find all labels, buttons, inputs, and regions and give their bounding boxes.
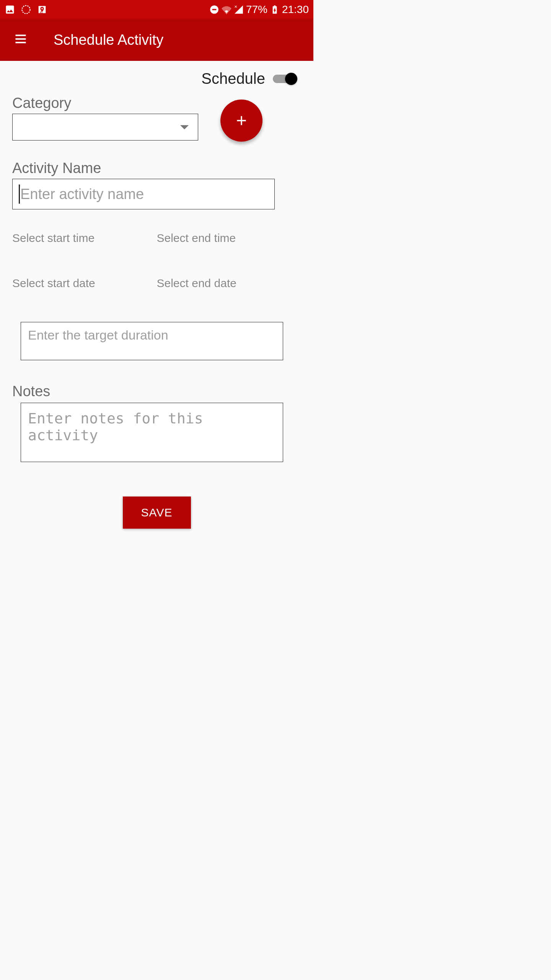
category-dropdown[interactable] <box>12 114 198 140</box>
schedule-toggle-label: Schedule <box>201 70 265 87</box>
toggle-thumb <box>285 73 297 85</box>
status-left-icons: G <box>5 4 47 15</box>
notes-label: Notes <box>12 383 301 400</box>
category-row: Category <box>12 95 301 142</box>
end-time-button[interactable]: Select end time <box>157 232 302 245</box>
duration-input-wrapper <box>21 322 283 360</box>
clock-time: 21:30 <box>282 3 309 16</box>
activity-name-input[interactable] <box>19 179 268 209</box>
text-cursor <box>19 185 20 204</box>
spinner-icon <box>21 4 31 15</box>
dnd-icon <box>209 5 219 15</box>
status-bar: G ✕ 77% 21:30 <box>0 0 313 19</box>
wifi-icon <box>222 5 231 15</box>
end-date-button[interactable]: Select end date <box>157 277 302 290</box>
app-bar: Schedule Activity <box>0 19 313 61</box>
svg-point-1 <box>41 8 43 9</box>
status-right: ✕ 77% 21:30 <box>209 3 309 16</box>
location-badge-icon: G <box>37 4 47 15</box>
notes-textarea[interactable] <box>28 410 276 455</box>
notes-group: Notes <box>12 383 301 462</box>
start-date-button[interactable]: Select start date <box>12 277 157 290</box>
battery-percent: 77% <box>246 3 267 16</box>
duration-input[interactable] <box>28 328 276 343</box>
category-label: Category <box>12 95 199 111</box>
activity-name-group: Activity Name <box>12 160 301 209</box>
plus-icon <box>234 113 249 128</box>
svg-point-0 <box>22 5 30 13</box>
schedule-toggle-row: Schedule <box>12 70 301 87</box>
hamburger-menu-icon[interactable] <box>14 33 28 47</box>
battery-charging-icon <box>270 5 280 15</box>
time-row: Select start time Select end time <box>12 232 301 245</box>
category-group: Category <box>12 95 199 140</box>
signal-icon: ✕ <box>234 5 244 15</box>
date-row: Select start date Select end date <box>12 277 301 290</box>
activity-name-input-wrapper <box>12 179 275 209</box>
save-button[interactable]: SAVE <box>123 497 191 529</box>
svg-rect-4 <box>212 9 216 10</box>
activity-name-label: Activity Name <box>12 160 301 176</box>
start-time-button[interactable]: Select start time <box>12 232 157 245</box>
svg-text:G: G <box>40 10 42 14</box>
content-area: Schedule Category Activity Name Select s… <box>0 61 313 538</box>
image-icon <box>5 4 15 15</box>
page-title: Schedule Activity <box>54 32 163 48</box>
schedule-toggle[interactable] <box>272 74 297 84</box>
notes-textarea-wrapper <box>21 403 283 462</box>
add-category-button[interactable] <box>220 100 262 142</box>
chevron-down-icon <box>180 125 189 129</box>
svg-text:✕: ✕ <box>234 5 237 9</box>
